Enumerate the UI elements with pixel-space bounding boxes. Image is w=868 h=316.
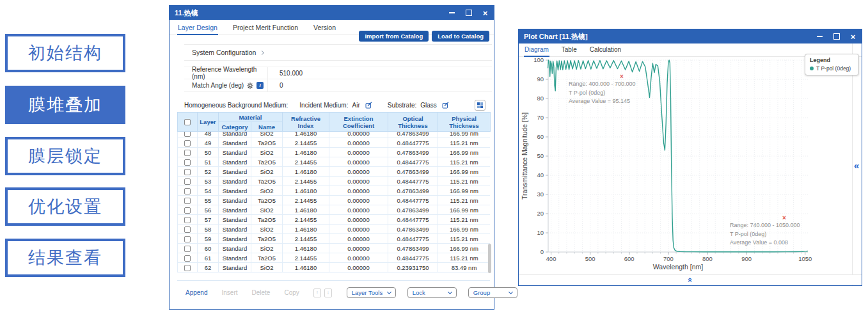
table-cell[interactable]: Standard [219,167,251,177]
close-icon[interactable]: × [849,33,856,40]
table-scrollbar[interactable] [488,236,491,281]
table-cell[interactable]: 1.46180 [283,167,329,177]
table-cell[interactable]: 0.47863499 [388,244,438,253]
maximize-icon[interactable] [833,33,840,40]
table-cell[interactable]: 2.14455 [283,196,329,205]
table-cell[interactable]: SiO2 [251,244,283,253]
row-checkbox[interactable] [184,150,191,156]
expand-bottom-panel-icon[interactable]: « [685,278,695,282]
row-checkbox-cell[interactable] [178,157,198,167]
column-chooser-button[interactable] [475,100,485,111]
table-cell[interactable]: Standard [219,186,251,196]
row-checkbox-cell[interactable] [178,186,198,196]
table-cell[interactable]: Standard [219,263,251,273]
row-checkbox[interactable] [184,188,191,194]
table-cell[interactable]: 0.48447775 [388,157,438,167]
edit-incident-medium-icon[interactable] [365,102,372,109]
table-cell[interactable]: 2.14455 [283,157,329,167]
table-cell[interactable]: 55 [198,196,219,205]
row-checkbox-cell[interactable] [178,253,198,263]
row-checkbox-cell[interactable] [178,138,198,148]
annotation-close-icon[interactable]: × [620,73,624,80]
table-cell[interactable]: Standard [219,253,251,263]
table-cell[interactable]: Ta2O5 [251,196,283,205]
table-cell[interactable]: Standard [219,196,251,205]
select-all-checkbox[interactable] [184,119,191,125]
row-checkbox[interactable] [184,217,191,223]
table-cell[interactable]: 0.47863499 [388,132,438,138]
table-cell[interactable]: Ta2O5 [251,253,283,263]
table-cell[interactable]: 115.21 nm [438,138,491,148]
nav-button-5[interactable]: 结果查看 [5,239,125,277]
row-checkbox-cell[interactable] [178,196,198,205]
expand-panel-icon[interactable]: « [854,160,859,171]
tab-project-merit-function[interactable]: Project Merit Function [232,20,299,35]
table-cell[interactable]: 166.99 nm [438,205,491,215]
table-cell[interactable]: Ta2O5 [251,138,283,148]
table-cell[interactable]: 0.00000 [329,244,388,253]
table-cell[interactable]: 166.99 nm [438,167,491,177]
row-checkbox-cell[interactable] [178,132,198,138]
table-cell[interactable]: 115.21 nm [438,253,491,263]
table-row[interactable]: 60StandardSiO21.461800.000000.4786349916… [178,244,491,253]
table-cell[interactable]: SiO2 [251,132,283,138]
table-cell[interactable]: SiO2 [251,186,283,196]
table-cell[interactable]: 0.48447775 [388,215,438,225]
row-checkbox[interactable] [184,265,191,271]
table-cell[interactable]: 166.99 nm [438,186,491,196]
table-cell[interactable]: 0.00000 [329,196,388,205]
table-cell[interactable]: 0.00000 [329,177,388,186]
row-checkbox[interactable] [184,226,191,233]
table-cell[interactable]: 0.48447775 [388,177,438,186]
minimize-icon[interactable] [816,33,823,40]
table-row[interactable]: 61StandardTa2O52.144550.000000.484477751… [178,253,491,263]
table-cell[interactable]: Standard [219,148,251,157]
group-dropdown[interactable]: Group [468,287,517,298]
row-checkbox-cell[interactable] [178,225,198,234]
minimize-icon[interactable] [448,10,455,17]
table-cell[interactable]: 166.99 nm [438,132,491,138]
tab-version[interactable]: Version [313,20,336,35]
table-cell[interactable]: 0.00000 [329,205,388,215]
table-row[interactable]: 53StandardTa2O52.144550.000000.484477751… [178,177,491,186]
table-row[interactable]: 54StandardSiO21.461800.000000.4786349916… [178,186,491,196]
row-checkbox-cell[interactable] [178,148,198,157]
table-cell[interactable]: SiO2 [251,148,283,157]
table-cell[interactable]: 0.00000 [329,138,388,148]
table-cell[interactable]: 0.47863499 [388,167,438,177]
table-cell[interactable]: Ta2O5 [251,177,283,186]
layer-tools-dropdown[interactable]: Layer Tools [347,287,396,298]
table-cell[interactable]: 115.21 nm [438,157,491,167]
table-cell[interactable]: Standard [219,225,251,234]
table-cell[interactable]: SiO2 [251,205,283,215]
row-checkbox[interactable] [184,198,191,204]
table-cell[interactable]: 166.99 nm [438,148,491,157]
close-icon[interactable]: × [482,10,489,17]
row-checkbox-cell[interactable] [178,177,198,186]
table-cell[interactable]: 0.48447775 [388,253,438,263]
table-cell[interactable]: 48 [198,132,219,138]
table-cell[interactable]: 0.47863499 [388,186,438,196]
row-checkbox[interactable] [184,236,191,242]
row-checkbox-cell[interactable] [178,263,198,273]
table-cell[interactable]: SiO2 [251,167,283,177]
plot-tab-diagram[interactable]: Diagram [524,43,549,56]
table-cell[interactable]: 56 [198,205,219,215]
table-cell[interactable]: 0.00000 [329,157,388,167]
table-cell[interactable]: 0.48447775 [388,138,438,148]
table-row[interactable]: 56StandardSiO21.461800.000000.4786349916… [178,205,491,215]
table-cell[interactable]: 61 [198,253,219,263]
append-button[interactable]: Append [185,289,207,296]
load-to-catalog-button[interactable]: Load to Catalog [432,31,489,42]
table-row[interactable]: 52StandardSiO21.461800.000000.4786349916… [178,167,491,177]
nav-button-3[interactable]: 膜层锁定 [5,137,125,175]
table-row[interactable]: 62StandardSiO21.461800.000000.2393175083… [178,263,491,273]
table-cell[interactable]: 49 [198,138,219,148]
table-cell[interactable]: 0.00000 [329,167,388,177]
table-cell[interactable]: 0.47863499 [388,148,438,157]
table-cell[interactable]: 0.00000 [329,132,388,138]
table-cell[interactable]: 115.21 nm [438,215,491,225]
table-cell[interactable]: 0.47863499 [388,225,438,234]
table-cell[interactable]: 0.00000 [329,253,388,263]
table-cell[interactable]: 2.14455 [283,215,329,225]
